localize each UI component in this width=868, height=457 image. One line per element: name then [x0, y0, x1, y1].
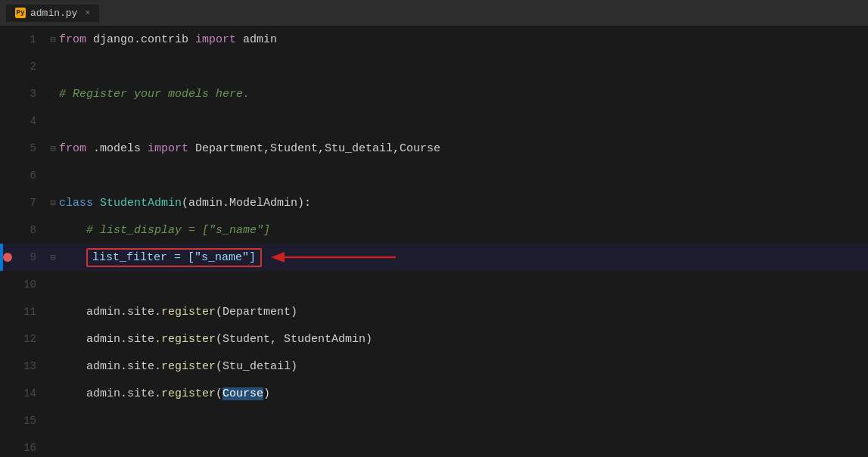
python-file-icon: Py: [15, 8, 26, 18]
code-content: [59, 162, 868, 189]
code-content: class StudentAdmin(admin.ModelAdmin):: [59, 189, 868, 216]
fold-indicator[interactable]: [47, 271, 59, 298]
line-number: 16: [15, 434, 47, 457]
line-number: 12: [15, 325, 47, 353]
table-row: 5⊟from .models import Department,Student…: [0, 135, 868, 162]
token: django.contrib: [86, 33, 195, 46]
line-number: 1: [15, 26, 47, 53]
token: (: [216, 387, 222, 400]
token: register: [161, 306, 216, 319]
code-content: [59, 271, 868, 298]
tab-filename: admin.py: [30, 8, 77, 19]
token: Department,Student,Stu_detail,Course: [188, 142, 440, 155]
table-row: 14 admin.site.register(Course): [0, 380, 868, 407]
breakpoint-area: [0, 380, 15, 407]
token: from: [59, 142, 86, 155]
token: register: [161, 387, 216, 400]
table-row: 9⊟ list_filter = ["s_name"]: [0, 244, 868, 271]
fold-indicator[interactable]: [47, 407, 59, 434]
fold-indicator[interactable]: [47, 325, 59, 353]
breakpoint-area: [0, 434, 15, 457]
highlighted-code: list_filter = ["s_name"]: [86, 248, 262, 267]
table-row: 11 admin.site.register(Department): [0, 298, 868, 325]
token: [59, 251, 86, 264]
table-row: 8 # list_display = ["s_name"]: [0, 216, 868, 244]
fold-indicator[interactable]: [47, 380, 59, 407]
token: admin.site.: [59, 333, 161, 346]
code-content: list_filter = ["s_name"]: [59, 244, 868, 271]
breakpoint-dot: [3, 253, 12, 262]
annotation-arrow: [271, 250, 396, 265]
line-number: 4: [15, 107, 47, 135]
active-line-indicator: [0, 244, 3, 271]
breakpoint-area: [0, 407, 15, 434]
token: # list_display = ["s_name"]: [59, 224, 270, 237]
breakpoint-area: [0, 216, 15, 244]
table-row: 13 admin.site.register(Stu_detail): [0, 353, 868, 380]
fold-indicator[interactable]: [47, 216, 59, 244]
line-number: 6: [15, 162, 47, 189]
fold-indicator[interactable]: [47, 80, 59, 107]
token: (Department): [216, 306, 297, 319]
table-row: 12 admin.site.register(Student, StudentA…: [0, 325, 868, 353]
breakpoint-area: [0, 26, 15, 53]
token: class: [59, 197, 93, 210]
line-number: 10: [15, 271, 47, 298]
table-row: 15: [0, 407, 868, 434]
title-bar: Py admin.py ×: [0, 0, 868, 26]
line-number: 8: [15, 216, 47, 244]
file-tab[interactable]: Py admin.py ×: [6, 5, 99, 22]
breakpoint-area: [0, 353, 15, 380]
breakpoint-area: [0, 189, 15, 216]
fold-indicator[interactable]: [47, 162, 59, 189]
line-number: 13: [15, 353, 47, 380]
line-number: 7: [15, 189, 47, 216]
breakpoint-area: [0, 271, 15, 298]
code-content: [59, 107, 868, 135]
token: admin.site.: [59, 306, 161, 319]
code-content: admin.site.register(Course): [59, 380, 868, 407]
table-row: 10: [0, 271, 868, 298]
tab-close-button[interactable]: ×: [85, 8, 90, 17]
code-content: admin.site.register(Department): [59, 298, 868, 325]
line-number: 9: [15, 244, 47, 271]
fold-indicator[interactable]: [47, 353, 59, 380]
cursor-selection: Course: [222, 387, 263, 400]
token: StudentAdmin: [93, 197, 182, 210]
token: ): [263, 387, 270, 400]
code-lines: 1⊟from django.contrib import admin23# Re…: [0, 26, 868, 457]
breakpoint-area: [0, 135, 15, 162]
table-row: 2: [0, 53, 868, 80]
table-row: 1⊟from django.contrib import admin: [0, 26, 868, 53]
fold-indicator[interactable]: ⊟: [47, 244, 59, 271]
svg-marker-1: [271, 252, 285, 263]
breakpoint-area: [0, 162, 15, 189]
code-content: # list_display = ["s_name"]: [59, 216, 868, 244]
code-content: [59, 407, 868, 434]
breakpoint-area: [0, 325, 15, 353]
token: admin: [236, 33, 277, 46]
code-content: [59, 434, 868, 457]
table-row: 6: [0, 162, 868, 189]
token: # Register your models here.: [59, 88, 250, 101]
token: import: [195, 33, 236, 46]
code-editor: 1⊟from django.contrib import admin23# Re…: [0, 26, 868, 457]
fold-indicator[interactable]: ⊟: [47, 135, 59, 162]
fold-indicator[interactable]: ⊟: [47, 189, 59, 216]
line-number: 2: [15, 53, 47, 80]
table-row: 7⊟class StudentAdmin(admin.ModelAdmin):: [0, 189, 868, 216]
fold-indicator[interactable]: [47, 434, 59, 457]
line-number: 15: [15, 407, 47, 434]
fold-indicator[interactable]: [47, 53, 59, 80]
fold-indicator[interactable]: [47, 107, 59, 135]
breakpoint-area: [0, 107, 15, 135]
table-row: 3# Register your models here.: [0, 80, 868, 107]
code-content: from django.contrib import admin: [59, 26, 868, 53]
fold-indicator[interactable]: [47, 298, 59, 325]
token: admin.site.: [59, 387, 161, 400]
token: register: [161, 333, 216, 346]
line-number: 11: [15, 298, 47, 325]
line-number: 5: [15, 135, 47, 162]
token: register: [161, 360, 216, 373]
fold-indicator[interactable]: ⊟: [47, 26, 59, 53]
